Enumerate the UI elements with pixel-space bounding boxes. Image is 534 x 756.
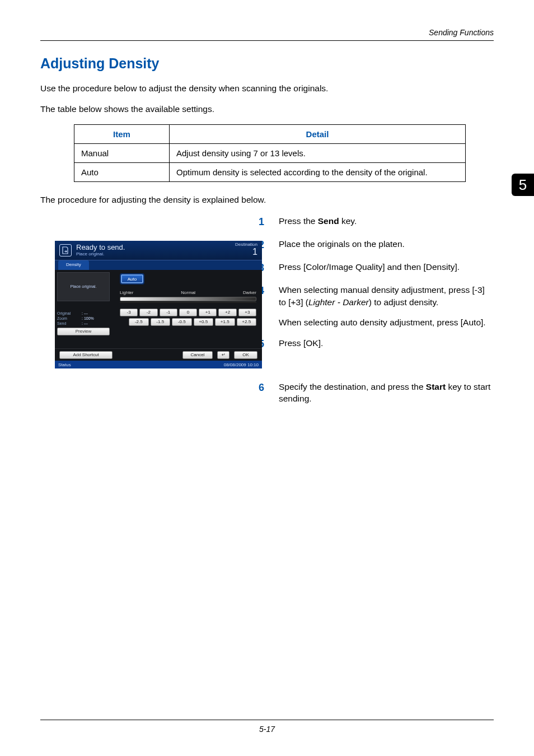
density-step-button[interactable]: -1 <box>160 309 177 316</box>
shot-destination-label: Destination <box>235 242 257 247</box>
device-screenshot: Ready to send. Place original. Destinati… <box>55 241 262 368</box>
density-step-button[interactable]: +1 <box>199 309 217 316</box>
density-step-button[interactable]: +2 <box>218 309 236 316</box>
step-text: Place the originals on the platen. <box>279 238 494 250</box>
table-cell: Manual <box>74 143 170 162</box>
side-value: : --- <box>82 321 88 325</box>
density-halfstep-button[interactable]: -0.5 <box>172 318 192 326</box>
density-step-button[interactable]: +3 <box>238 309 256 316</box>
running-header: Sending Functions <box>40 28 494 37</box>
step-item: Press [Color/Image Quality] and then [De… <box>259 261 494 275</box>
shot-main: Auto Lighter Normal Darker -3-2-10+1+2+3… <box>112 270 262 348</box>
header-rule <box>40 40 494 41</box>
step-text: Specify the destination, and press the S… <box>279 381 494 405</box>
shot-header: Ready to send. Place original. Destinati… <box>55 241 262 260</box>
density-gradient-bar <box>120 297 256 301</box>
auto-button[interactable]: Auto <box>120 273 144 284</box>
shot-tabbar: Density <box>55 260 262 270</box>
density-halfstep-button[interactable]: +0.5 <box>194 318 214 326</box>
statusbar-right: 08/08/2009 10:10 <box>224 362 259 367</box>
shot-destination-count: 1 <box>235 247 257 257</box>
step-item: Specify the destination, and press the S… <box>259 381 494 405</box>
density-label-darker: Darker <box>243 290 256 295</box>
density-halfstep-button[interactable]: -2.5 <box>129 318 149 326</box>
density-label-normal: Normal <box>181 290 195 295</box>
intro-para-2: The table below shows the available sett… <box>40 104 494 115</box>
density-halfstep-button[interactable]: +2.5 <box>237 318 257 326</box>
side-label: Send <box>57 321 79 325</box>
ok-button[interactable]: OK <box>234 351 257 359</box>
table-cell: Auto <box>74 162 170 181</box>
send-document-icon <box>59 244 72 256</box>
side-value: : 100% <box>82 316 94 320</box>
enter-button[interactable]: ↵ <box>217 351 229 359</box>
step-item: Press [OK]. <box>259 337 494 351</box>
table-header-detail: Detail <box>170 124 466 143</box>
intro-para-1: Use the procedure below to adjust the de… <box>40 83 494 95</box>
chapter-tab: 5 <box>512 174 534 196</box>
shot-sidebar: Place original. Original: --- Zoom: 100%… <box>55 270 112 348</box>
settings-table: Item Detail Manual Adjust density using … <box>74 124 466 182</box>
statusbar-left[interactable]: Status <box>58 362 71 367</box>
step-item: When selecting manual density adjustment… <box>259 284 494 328</box>
density-label-lighter: Lighter <box>120 290 133 295</box>
add-shortcut-button[interactable]: Add Shortcut <box>59 351 113 359</box>
side-label: Original <box>57 311 79 315</box>
preview-button[interactable]: Preview <box>57 328 110 335</box>
page-number: 5-17 <box>0 725 534 734</box>
shot-title: Ready to send. <box>76 244 125 251</box>
step-text: Press the Send key. <box>279 215 494 227</box>
density-step-button[interactable]: -3 <box>120 309 138 316</box>
step-item: Press the Send key. <box>259 215 494 229</box>
table-row: Auto Optimum density is selected accordi… <box>74 162 466 181</box>
density-step-button[interactable]: 0 <box>179 309 197 316</box>
density-halfstep-button[interactable]: +1.5 <box>215 318 235 326</box>
shot-footer: Add Shortcut Cancel ↵ OK <box>55 348 262 361</box>
table-row: Manual Adjust density using 7 or 13 leve… <box>74 143 466 162</box>
cancel-button[interactable]: Cancel <box>182 351 213 359</box>
page-footer: 5-17 <box>0 720 534 734</box>
side-value: : --- <box>82 311 88 315</box>
after-table-para: The procedure for adjusting the density … <box>40 194 494 206</box>
side-label: Zoom <box>57 316 79 320</box>
step-item: Place the originals on the platen. <box>259 238 494 252</box>
table-cell: Adjust density using 7 or 13 levels. <box>170 143 466 162</box>
step-text: Press [OK]. <box>279 337 494 349</box>
table-header-item: Item <box>74 124 170 143</box>
density-halfstep-button[interactable]: -1.5 <box>151 318 171 326</box>
tab-density[interactable]: Density <box>58 260 89 270</box>
preview-placeholder: Place original. <box>57 272 110 301</box>
steps-list: Press the Send key.Place the originals o… <box>259 215 494 405</box>
density-bar-base <box>120 302 256 303</box>
step-text: When selecting manual density adjustment… <box>279 284 494 308</box>
shot-statusbar: Status 08/08/2009 10:10 <box>55 361 262 368</box>
section-title: Adjusting Density <box>40 55 494 72</box>
step-text: When selecting auto density adjustment, … <box>279 316 494 329</box>
table-cell: Optimum density is selected according to… <box>170 162 466 181</box>
shot-subtitle: Place original. <box>76 252 125 257</box>
density-step-button[interactable]: -2 <box>139 309 157 316</box>
step-text: Press [Color/Image Quality] and then [De… <box>279 261 494 273</box>
